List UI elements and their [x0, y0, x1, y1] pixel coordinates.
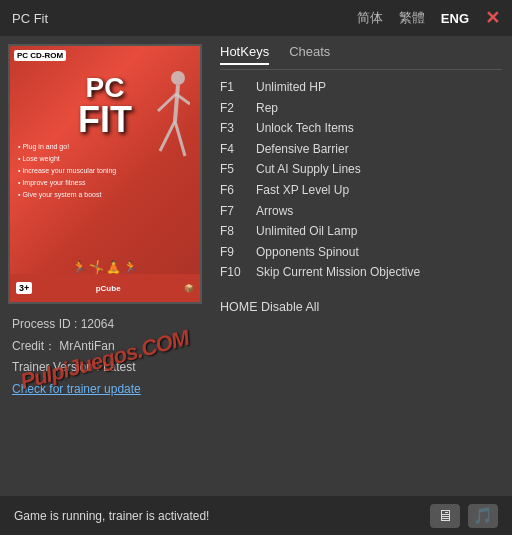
- cover-fit-big: FIT: [78, 102, 132, 138]
- svg-line-5: [175, 121, 185, 156]
- cheat-label: Unlimited Oil Lamp: [256, 222, 357, 241]
- right-panel: HotKeys Cheats F1Unlimited HPF2RepF3Unlo…: [210, 36, 512, 496]
- cheat-key: F4: [220, 140, 250, 159]
- cheat-key: F10: [220, 263, 250, 282]
- svg-line-1: [175, 85, 178, 121]
- cheat-item: F6Fast XP Level Up: [220, 181, 502, 200]
- cheat-item: F8Unlimited Oil Lamp: [220, 222, 502, 241]
- lang-eng-btn[interactable]: ENG: [441, 11, 469, 26]
- cheat-item: F5Cut AI Supply Lines: [220, 160, 502, 179]
- titlebar: PC Fit 简体 繁體 ENG ✕: [0, 0, 512, 36]
- cheat-label: Defensive Barrier: [256, 140, 349, 159]
- age-rating: 3+: [16, 282, 32, 294]
- lang-simple-btn[interactable]: 简体: [357, 9, 383, 27]
- cheats-list: F1Unlimited HPF2RepF3Unlock Tech ItemsF4…: [220, 70, 502, 290]
- cheat-key: F5: [220, 160, 250, 179]
- tab-cheats[interactable]: Cheats: [289, 44, 330, 65]
- credit-line: Credit： MrAntiFan: [12, 336, 198, 358]
- monitor-icon[interactable]: 🖥: [430, 504, 460, 528]
- version-line: Trainer Version : Latest: [12, 357, 198, 379]
- cheat-item: F9Opponents Spinout: [220, 243, 502, 262]
- cheat-item: F10Skip Current Mission Objective: [220, 263, 502, 282]
- update-link[interactable]: Check for trainer update: [12, 382, 141, 396]
- close-button[interactable]: ✕: [485, 9, 500, 27]
- svg-point-0: [171, 71, 185, 85]
- cover-people: 🏃 🤸 🧘 🏃: [10, 260, 200, 274]
- main-area: PC CD-ROM PC FIT: [0, 36, 512, 496]
- statusbar-icons: 🖥 🎵: [430, 504, 498, 528]
- titlebar-right: 简体 繁體 ENG ✕: [357, 9, 500, 27]
- interactive-logo: 📦: [184, 284, 194, 293]
- cheat-item: F2Rep: [220, 99, 502, 118]
- process-id: Process ID : 12064: [12, 314, 198, 336]
- cheat-key: F2: [220, 99, 250, 118]
- tabs: HotKeys Cheats: [220, 36, 502, 70]
- cheat-label: Unlock Tech Items: [256, 119, 354, 138]
- svg-line-4: [160, 121, 175, 151]
- cheat-label: Unlimited HP: [256, 78, 326, 97]
- lang-trad-btn[interactable]: 繁體: [399, 9, 425, 27]
- cover-bottom-bar: 3+ pCube 📦: [10, 274, 200, 302]
- cover-pc-big: PC: [86, 74, 125, 102]
- cheat-label: Arrows: [256, 202, 293, 221]
- process-info: Process ID : 12064 Credit： MrAntiFan Tra…: [8, 304, 202, 400]
- music-icon[interactable]: 🎵: [468, 504, 498, 528]
- cheat-key: F7: [220, 202, 250, 221]
- disable-all-text: HOME Disable All: [220, 300, 502, 314]
- status-text: Game is running, trainer is activated!: [14, 509, 209, 523]
- game-cover: PC CD-ROM PC FIT: [8, 44, 202, 304]
- pc-cd-label: PC CD-ROM: [14, 50, 66, 61]
- cheat-key: F9: [220, 243, 250, 262]
- cheat-label: Fast XP Level Up: [256, 181, 349, 200]
- cheat-key: F6: [220, 181, 250, 200]
- cover-bullets: • Plug in and go! • Lose weight • Increa…: [18, 141, 116, 200]
- cheat-item: F3Unlock Tech Items: [220, 119, 502, 138]
- cover-silhouette: [140, 66, 190, 186]
- cheat-item: F7Arrows: [220, 202, 502, 221]
- cheat-label: Skip Current Mission Objective: [256, 263, 420, 282]
- statusbar: Game is running, trainer is activated! 🖥…: [0, 496, 512, 535]
- publisher-logo: pCube: [96, 284, 121, 293]
- cheat-item: F1Unlimited HP: [220, 78, 502, 97]
- app-title: PC Fit: [12, 11, 48, 26]
- cheat-label: Opponents Spinout: [256, 243, 359, 262]
- cheat-key: F8: [220, 222, 250, 241]
- svg-line-2: [158, 94, 176, 111]
- cheat-key: F3: [220, 119, 250, 138]
- cheat-item: F4Defensive Barrier: [220, 140, 502, 159]
- cheat-key: F1: [220, 78, 250, 97]
- cheat-label: Rep: [256, 99, 278, 118]
- tab-hotkeys[interactable]: HotKeys: [220, 44, 269, 65]
- left-panel: PC CD-ROM PC FIT: [0, 36, 210, 496]
- cheat-label: Cut AI Supply Lines: [256, 160, 361, 179]
